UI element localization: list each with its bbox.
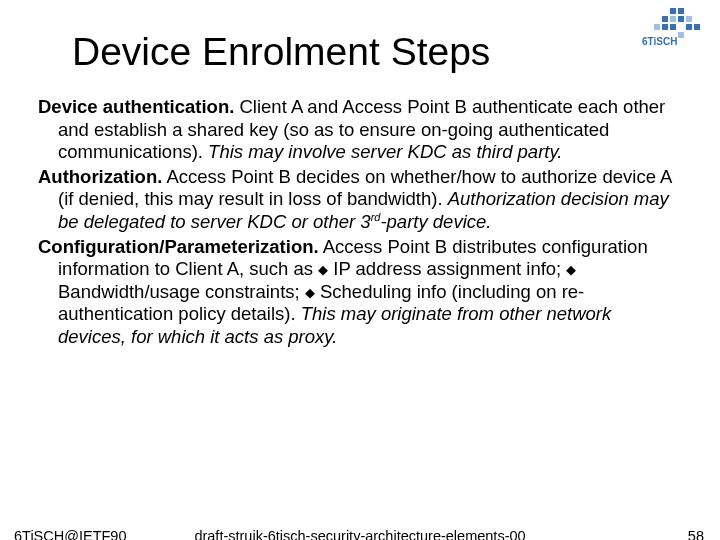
svg-rect-6 [654, 24, 660, 30]
bullet-text: Bandwidth/usage constraints; [58, 281, 305, 302]
svg-rect-3 [670, 16, 676, 22]
footer-center: draft-struik-6tisch-security-architectur… [0, 528, 720, 540]
footer-page-number: 58 [688, 528, 704, 540]
slide-title: Device Enrolment Steps [72, 30, 720, 74]
section-config: Configuration/Parameterization. Access P… [38, 236, 682, 349]
section-auth: Device authentication. Client A and Acce… [38, 96, 682, 164]
section-head: Device authentication. [38, 96, 234, 117]
section-authorization: Authorization. Access Point B decides on… [38, 166, 682, 234]
svg-rect-0 [670, 8, 676, 14]
section-head: Configuration/Parameterization. [38, 236, 319, 257]
svg-rect-9 [686, 24, 692, 30]
svg-rect-4 [678, 16, 684, 22]
bullet-icon: ◆ [318, 262, 328, 277]
logo-6tisch: 6TiSCH [630, 6, 710, 48]
bullet-text: IP address assignment info; [328, 258, 566, 279]
svg-rect-7 [662, 24, 668, 30]
svg-rect-1 [678, 8, 684, 14]
bullet-icon: ◆ [305, 285, 315, 300]
section-head: Authorization. [38, 166, 162, 187]
svg-text:6TiSCH: 6TiSCH [642, 36, 677, 47]
bullet-icon: ◆ [566, 262, 576, 277]
svg-rect-10 [678, 32, 684, 38]
svg-rect-8 [670, 24, 676, 30]
slide-body: Device authentication. Client A and Acce… [38, 96, 682, 348]
svg-rect-2 [662, 16, 668, 22]
svg-rect-11 [694, 24, 700, 30]
svg-rect-5 [686, 16, 692, 22]
section-note: This may involve server KDC as third par… [208, 141, 562, 162]
